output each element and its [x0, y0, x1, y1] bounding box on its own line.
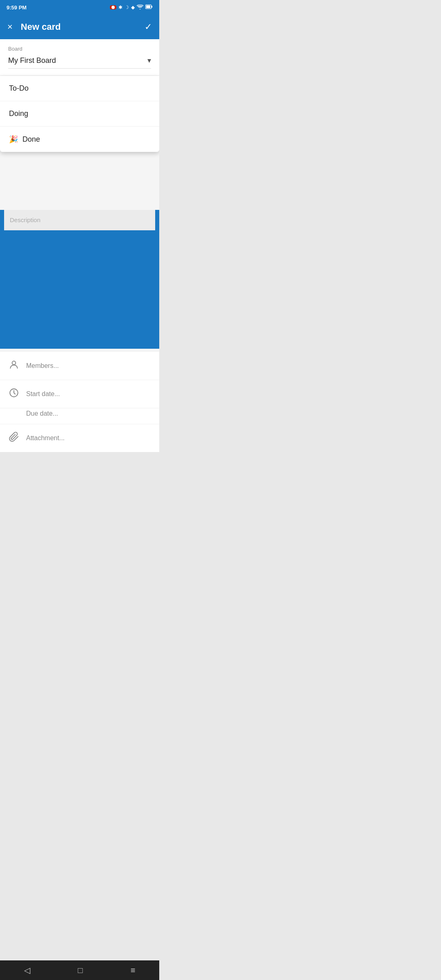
attachment-icon [8, 432, 20, 445]
signal-icon: ◆ [131, 4, 135, 10]
status-bar: 9:59 PM ✱ ☽ ◆ [0, 0, 159, 15]
wifi-icon [137, 4, 143, 11]
description-placeholder: Description [10, 216, 40, 223]
page-title: New card [21, 22, 145, 32]
board-label: Board [8, 46, 151, 52]
list-dropdown: To-Do Doing 🎉 Done [0, 76, 159, 152]
bluetooth-icon: ✱ [118, 4, 122, 10]
attachment-item[interactable]: Attachment... [0, 424, 159, 452]
dropdown-item-doing[interactable]: Doing [0, 101, 159, 127]
dropdown-item-done[interactable]: 🎉 Done [0, 127, 159, 152]
main-content: Board My First Board ▾ List Select list … [0, 39, 159, 452]
due-date-label: Due date... [26, 410, 58, 417]
attachment-label: Attachment... [26, 434, 65, 442]
person-icon [8, 359, 20, 372]
app-header: × New card ✓ [0, 15, 159, 39]
members-item[interactable]: Members... [0, 352, 159, 380]
close-button[interactable]: × [7, 22, 13, 32]
battery-icon [145, 4, 153, 10]
dropdown-done-label: Done [22, 135, 40, 143]
svg-point-3 [12, 361, 16, 365]
board-chevron-icon: ▾ [147, 56, 151, 65]
start-date-label: Start date... [26, 390, 60, 398]
confirm-button[interactable]: ✓ [145, 22, 152, 32]
status-icons: ✱ ☽ ◆ [110, 4, 153, 11]
board-select-row[interactable]: My First Board ▾ [8, 54, 151, 69]
list-section-container: List Select list ▾ To-Do Doing 🎉 Done [0, 76, 159, 112]
svg-rect-1 [146, 5, 150, 8]
svg-rect-2 [151, 6, 152, 8]
dropdown-done-emoji: 🎉 [9, 135, 18, 143]
board-value: My First Board [8, 56, 56, 65]
moon-icon: ☽ [125, 4, 129, 10]
dropdown-doing-label: Doing [9, 109, 28, 118]
start-date-item[interactable]: Start date... [0, 380, 159, 408]
clock-icon [8, 388, 20, 401]
action-section: Members... Start date... Due date... [0, 352, 159, 452]
description-area[interactable]: Description [4, 210, 155, 230]
dropdown-todo-label: To-Do [9, 84, 29, 92]
members-label: Members... [26, 362, 59, 370]
status-time: 9:59 PM [7, 4, 27, 11]
board-section: Board My First Board ▾ [0, 39, 159, 75]
due-date-item[interactable]: Due date... [0, 408, 159, 424]
blue-bg: Description [0, 210, 159, 349]
recording-icon [110, 5, 116, 9]
dropdown-item-todo[interactable]: To-Do [0, 76, 159, 101]
